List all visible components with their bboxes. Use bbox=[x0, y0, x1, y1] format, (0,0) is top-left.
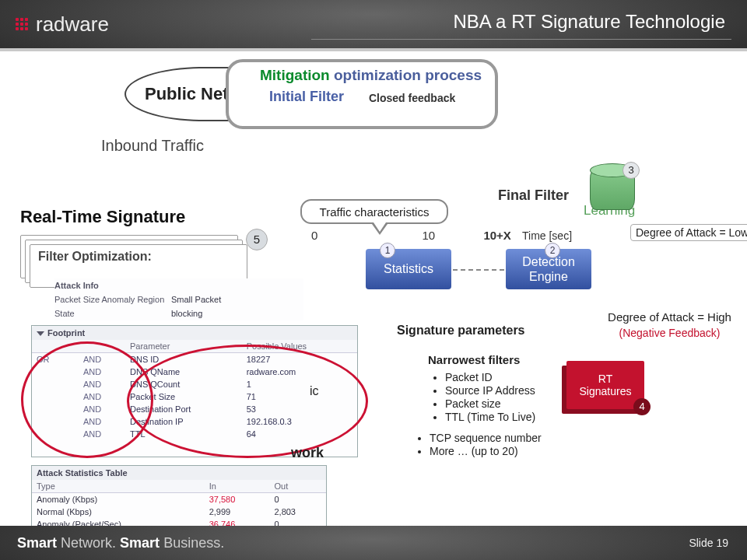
final-filter-label: Final Filter bbox=[498, 187, 569, 204]
step-badge-2: 2 bbox=[545, 243, 560, 258]
table-row: ORANDDNS ID18227 bbox=[32, 353, 357, 366]
table-row: Anomaly (Kbps)37,5800 bbox=[32, 493, 326, 506]
table-row: ANDDNS QNameradware.com bbox=[32, 366, 357, 378]
table-row: ANDDNS QCount1 bbox=[32, 378, 357, 390]
table-row: Normal (Kbps)2,9992,803 bbox=[32, 506, 326, 518]
brand-logo-icon bbox=[16, 18, 28, 30]
attack-info-panel: Attack Info Packet Size Anomaly RegionSm… bbox=[54, 278, 303, 320]
table-row: ANDPacket Size71 bbox=[32, 390, 357, 403]
axis-10x: 10+X bbox=[483, 229, 510, 242]
table-row: ANDTTL64 bbox=[32, 428, 357, 440]
step-badge-1: 1 bbox=[380, 243, 395, 258]
rts-card-title: Filter Optimization: bbox=[38, 250, 152, 264]
step-badge-5: 5 bbox=[246, 229, 268, 250]
tag-w2: Business. bbox=[163, 535, 224, 551]
footprint-panel: Footprint Parameter Possible Values ORAN… bbox=[31, 325, 358, 457]
page-title: NBA a RT Signature Technologie bbox=[453, 11, 725, 33]
inbound-traffic-label: Inbound Traffic bbox=[101, 137, 204, 155]
attack-info-key-region: Packet Size Anomaly Region bbox=[54, 292, 171, 306]
callout-title-a: Mitigation bbox=[260, 67, 334, 83]
step-badge-4: 4 bbox=[633, 398, 651, 415]
collapse-icon[interactable] bbox=[37, 331, 44, 336]
tag-w1: Network. bbox=[61, 535, 116, 551]
fp-col-val: Possible Values bbox=[242, 340, 357, 353]
learning-db-icon: 3 bbox=[590, 168, 635, 221]
list-item: More … (up to 20) bbox=[430, 445, 542, 457]
list-item: TTL (Time To Live) bbox=[445, 411, 535, 423]
fragment-ic: ic bbox=[310, 384, 319, 398]
traffic-characteristics-tooltip: Traffic characteristics bbox=[300, 199, 448, 224]
attack-info-val-state: blocking bbox=[171, 306, 202, 320]
box-statistics: Statistics bbox=[366, 249, 451, 289]
mitigation-callout: Mitigation optimization process Initial … bbox=[226, 59, 498, 129]
degree-of-attack-low: Degree of Attack = Low bbox=[630, 224, 747, 241]
tag-b1: Smart bbox=[17, 535, 57, 551]
dashed-connector bbox=[453, 269, 504, 271]
header-divider bbox=[311, 39, 731, 40]
stats-col-in: In bbox=[205, 480, 270, 493]
doa-high-neg: (Negative Feedback) bbox=[619, 327, 721, 339]
doa-high-text: Degree of Attack = High bbox=[608, 310, 731, 324]
header-bar: radware NBA a RT Signature Technologie bbox=[0, 0, 747, 48]
stats-col-type: Type bbox=[32, 480, 205, 493]
footer-bar: Smart Network. Smart Business. Slide 19 bbox=[0, 526, 747, 560]
rt-signatures-label: RTSignatures bbox=[580, 373, 632, 397]
stats-title: Attack Statistics Table bbox=[37, 468, 128, 478]
brand-logo: radware bbox=[16, 11, 109, 37]
stats-header: Attack Statistics Table bbox=[32, 466, 326, 480]
attack-info-val-region: Small Packet bbox=[171, 292, 221, 306]
axis-unit: Time [sec] bbox=[522, 229, 572, 242]
fp-col-op bbox=[32, 340, 79, 353]
time-axis: 0 10 10+X Time [sec] bbox=[311, 229, 572, 242]
fragment-work: work bbox=[291, 445, 324, 461]
axis-0: 0 bbox=[311, 229, 317, 242]
callout-title-b: optimization process bbox=[334, 67, 482, 83]
list-item: Packet ID bbox=[445, 371, 535, 383]
footprint-title: Footprint bbox=[47, 328, 85, 338]
callout-closed-feedback: Closed feedback bbox=[369, 92, 455, 104]
tag-b2: Smart bbox=[120, 535, 160, 551]
table-row: ANDDestination IP192.168.0.3 bbox=[32, 415, 357, 428]
footprint-table: Parameter Possible Values ORANDDNS ID182… bbox=[32, 340, 357, 440]
brand-name: radware bbox=[36, 12, 109, 37]
callout-initial-filter: Initial Filter bbox=[269, 89, 344, 105]
list-item: Packet size bbox=[445, 397, 535, 410]
box-detection-label: DetectionEngine bbox=[522, 254, 575, 284]
footprint-header: Footprint bbox=[32, 326, 357, 340]
sig-param-outer-list: TCP sequence numberMore … (up to 20) bbox=[417, 431, 542, 458]
table-row: ANDDestination Port53 bbox=[32, 403, 357, 415]
list-item: Source IP Address bbox=[445, 384, 535, 397]
realtime-signature-block: Real-Time Signature Filter Optimization:… bbox=[20, 207, 254, 289]
stats-col-out: Out bbox=[269, 480, 326, 493]
fp-col-param: Parameter bbox=[125, 340, 242, 353]
traffic-characteristics-text: Traffic characteristics bbox=[320, 205, 430, 219]
box-statistics-label: Statistics bbox=[384, 262, 433, 276]
axis-10: 10 bbox=[423, 229, 436, 242]
sig-param-inner-list: Packet IDSource IP AddressPacket sizeTTL… bbox=[433, 370, 535, 424]
list-item: TCP sequence number bbox=[430, 432, 542, 444]
diagram-stage: Public Network Mitigation optimization p… bbox=[0, 51, 747, 526]
signature-parameters-label: Signature parameters bbox=[397, 324, 525, 338]
attack-info-key-state: State bbox=[54, 306, 171, 320]
attack-info-heading: Attack Info bbox=[54, 278, 171, 292]
step-badge-3: 3 bbox=[622, 162, 640, 179]
slide-number: Slide 19 bbox=[689, 537, 728, 549]
rt-signatures-box: RTSignatures 4 bbox=[566, 361, 644, 409]
footer-tagline: Smart Network. Smart Business. bbox=[17, 535, 224, 551]
rts-header: Real-Time Signature bbox=[20, 207, 254, 227]
callout-title: Mitigation optimization process bbox=[260, 67, 482, 84]
degree-of-attack-high: Degree of Attack = High (Negative Feedba… bbox=[598, 310, 742, 340]
narrowest-filters-label: Narrowest filters bbox=[428, 353, 520, 366]
